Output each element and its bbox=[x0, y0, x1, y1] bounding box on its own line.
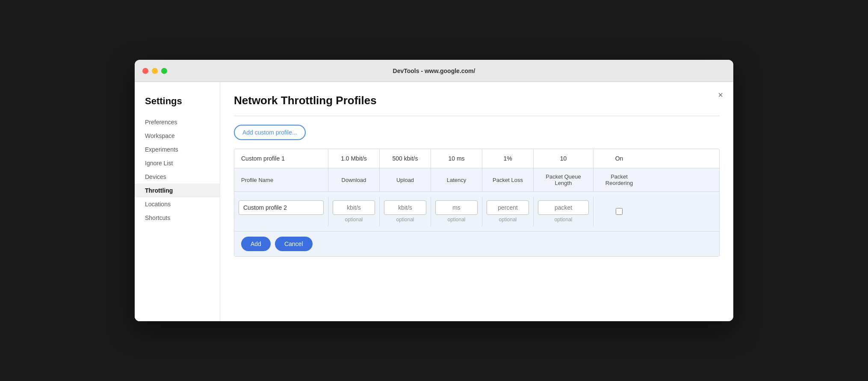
packet-queue-input[interactable] bbox=[538, 200, 589, 215]
header-download: Download bbox=[328, 168, 380, 191]
latency-input[interactable] bbox=[435, 200, 478, 215]
existing-profile-row: Custom profile 1 1.0 Mbit/s 500 kbit/s 1… bbox=[234, 149, 719, 168]
packet-queue-hint: optional bbox=[554, 217, 572, 223]
existing-profile-name: Custom profile 1 bbox=[234, 149, 328, 168]
header-packet-loss: Packet Loss bbox=[482, 168, 534, 191]
sidebar-title: Settings bbox=[135, 92, 220, 115]
header-packet-queue: Packet Queue Length bbox=[534, 168, 593, 191]
upload-input-cell: optional bbox=[380, 197, 431, 226]
new-profile-inputs-grid: optional optional optional optional bbox=[234, 197, 719, 226]
download-input[interactable] bbox=[333, 200, 375, 215]
reordering-checkbox[interactable] bbox=[616, 208, 623, 215]
packet-queue-input-cell: optional bbox=[534, 197, 593, 226]
sidebar-item-locations[interactable]: Locations bbox=[135, 197, 220, 211]
cancel-button[interactable]: Cancel bbox=[275, 237, 313, 251]
sidebar-item-ignore-list[interactable]: Ignore List bbox=[135, 156, 220, 170]
table-header-row: Profile Name Download Upload Latency Pac… bbox=[234, 168, 719, 192]
sidebar-item-experiments[interactable]: Experiments bbox=[135, 143, 220, 156]
title-divider bbox=[234, 116, 720, 116]
header-reordering: Packet Reordering bbox=[593, 168, 645, 191]
header-upload: Upload bbox=[380, 168, 431, 191]
existing-profile-latency: 10 ms bbox=[431, 149, 482, 168]
window-body: Settings Preferences Workspace Experimen… bbox=[135, 82, 733, 321]
upload-hint: optional bbox=[396, 217, 414, 223]
download-input-cell: optional bbox=[328, 197, 380, 226]
header-profile-name: Profile Name bbox=[234, 168, 328, 191]
window-title: DevTools - www.google.com/ bbox=[393, 67, 475, 74]
packet-loss-hint: optional bbox=[499, 217, 517, 223]
existing-profile-packet-queue: 10 bbox=[534, 149, 593, 168]
close-traffic-light[interactable] bbox=[142, 68, 148, 74]
profile-name-input[interactable] bbox=[239, 200, 324, 215]
sidebar-item-workspace[interactable]: Workspace bbox=[135, 129, 220, 143]
sidebar: Settings Preferences Workspace Experimen… bbox=[135, 82, 220, 321]
packet-loss-input-cell: optional bbox=[482, 197, 534, 226]
sidebar-item-preferences[interactable]: Preferences bbox=[135, 115, 220, 129]
minimize-traffic-light[interactable] bbox=[152, 68, 158, 74]
name-input-cell bbox=[234, 197, 328, 226]
sidebar-item-devices[interactable]: Devices bbox=[135, 170, 220, 184]
devtools-window: DevTools - www.google.com/ Settings Pref… bbox=[135, 60, 733, 321]
latency-hint: optional bbox=[447, 217, 465, 223]
sidebar-item-throttling[interactable]: Throttling bbox=[135, 184, 220, 197]
fullscreen-traffic-light[interactable] bbox=[161, 68, 167, 74]
new-profile-row: optional optional optional optional bbox=[234, 192, 719, 231]
page-title: Network Throttling Profiles bbox=[234, 94, 720, 107]
header-latency: Latency bbox=[431, 168, 482, 191]
reordering-checkbox-cell bbox=[593, 197, 645, 226]
existing-profile-upload: 500 kbit/s bbox=[380, 149, 431, 168]
main-content: × Network Throttling Profiles Add custom… bbox=[220, 82, 733, 321]
add-custom-profile-button[interactable]: Add custom profile... bbox=[234, 125, 306, 140]
existing-profile-download: 1.0 Mbit/s bbox=[328, 149, 380, 168]
action-buttons: Add Cancel bbox=[234, 231, 719, 256]
titlebar: DevTools - www.google.com/ bbox=[135, 60, 733, 82]
upload-input[interactable] bbox=[384, 200, 426, 215]
download-hint: optional bbox=[345, 217, 363, 223]
existing-profile-reordering: On bbox=[593, 149, 645, 168]
sidebar-item-shortcuts[interactable]: Shortcuts bbox=[135, 211, 220, 225]
profiles-table: Custom profile 1 1.0 Mbit/s 500 kbit/s 1… bbox=[234, 149, 720, 257]
packet-loss-input[interactable] bbox=[487, 200, 529, 215]
latency-input-cell: optional bbox=[431, 197, 482, 226]
existing-profile-packet-loss: 1% bbox=[482, 149, 534, 168]
close-button[interactable]: × bbox=[718, 91, 723, 99]
add-button[interactable]: Add bbox=[241, 237, 271, 251]
traffic-lights bbox=[142, 68, 167, 74]
